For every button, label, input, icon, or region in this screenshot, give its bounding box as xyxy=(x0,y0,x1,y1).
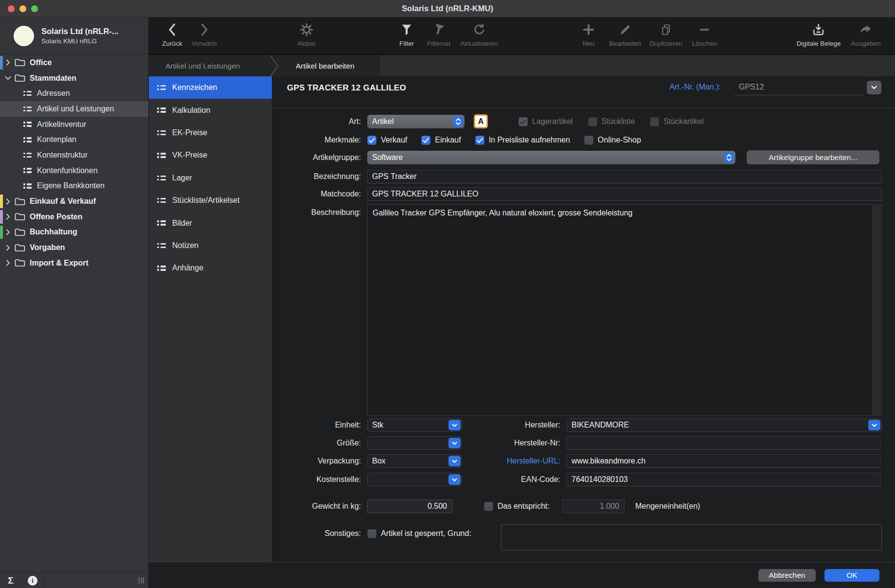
action-button[interactable]: Aktion xyxy=(297,21,316,47)
checkbox-artikel-gesperrt[interactable]: Artikel ist gesperrt, Grund: xyxy=(367,527,471,540)
chevron-right-icon[interactable] xyxy=(5,260,11,266)
share-arrow-icon xyxy=(859,21,873,38)
art-select[interactable]: Artikel xyxy=(367,115,465,128)
section-item-label: Anhänge xyxy=(172,264,203,272)
chevron-down-icon[interactable] xyxy=(448,420,461,430)
checkbox-einkauf[interactable]: Einkauf xyxy=(421,133,461,147)
zoom-window-button[interactable] xyxy=(31,5,38,12)
hersteller-url-field[interactable]: www.bikeandmore.ch xyxy=(567,454,880,468)
chevron-right-icon[interactable] xyxy=(5,229,11,235)
sidebar-item-adressen[interactable]: Adressen xyxy=(0,86,148,101)
checkbox-box[interactable] xyxy=(367,529,376,538)
minimize-window-button[interactable] xyxy=(19,5,26,12)
share-button[interactable]: Ausgeben xyxy=(851,21,881,47)
account-header[interactable]: Solaris Ltd (nRLR-... Solaris KMU nRLG xyxy=(0,18,148,54)
checkbox-box[interactable] xyxy=(484,502,493,511)
breadcrumb-parent[interactable]: Artikel und Leistungen xyxy=(165,55,240,77)
new-button[interactable]: Neu xyxy=(582,21,595,47)
delete-button[interactable]: Löschen xyxy=(692,21,716,47)
sidebar-item-buchhaltung[interactable]: Buchhaltung xyxy=(0,225,148,240)
sidebar-item-einkauf-verkauf[interactable]: Einkauf & Verkauf xyxy=(0,194,148,209)
section-item-notizen[interactable]: Notizen xyxy=(149,234,272,257)
close-window-button[interactable] xyxy=(8,5,15,12)
artnr-link[interactable]: Art.-Nr. (Man.): xyxy=(633,80,721,94)
hersteller-nr-field[interactable] xyxy=(567,436,880,450)
section-item-bilder[interactable]: Bilder xyxy=(149,212,272,234)
sum-button[interactable]: Σ xyxy=(0,573,22,588)
sidebar-item-artikelinventur[interactable]: Artikelinventur xyxy=(0,117,148,132)
scrollbar[interactable] xyxy=(872,205,881,415)
checkbox-stueckartikel[interactable]: Stückartikel xyxy=(650,115,704,128)
ean-field[interactable]: 7640140280103 xyxy=(567,473,880,486)
checkbox-preisliste[interactable]: In Preisliste aufnehmen xyxy=(475,133,570,147)
resize-grip[interactable] xyxy=(139,577,144,584)
checkbox-stueckliste[interactable]: Stückliste xyxy=(588,115,635,128)
artnr-dropdown-button[interactable] xyxy=(867,81,881,94)
info-button[interactable]: i xyxy=(22,573,44,588)
sidebar-item-kontenfunktionen[interactable]: Kontenfunktionen xyxy=(0,163,148,178)
checkbox-das-entspricht[interactable]: Das entspricht: xyxy=(484,499,550,513)
section-item-stueckliste[interactable]: Stückliste/Artikelset xyxy=(149,189,272,212)
checkbox-lagerartikel[interactable]: Lagerartikel xyxy=(519,115,573,128)
artnr-field[interactable]: GPS12 xyxy=(739,80,764,94)
chevron-down-icon[interactable] xyxy=(448,456,461,466)
checkbox-box[interactable] xyxy=(588,117,597,126)
bezeichnung-field[interactable]: GPS Tracker xyxy=(367,170,882,183)
sidebar-item-artikel-und-leistungen[interactable]: Artikel und Leistungen xyxy=(0,101,148,117)
filter-button[interactable]: Filter xyxy=(399,21,414,47)
section-item-kennzeichen[interactable]: Kennzeichen xyxy=(149,76,272,99)
mengeneinheit-field[interactable]: 1.000 xyxy=(562,499,625,513)
edit-button[interactable]: Bearbeiten xyxy=(609,21,641,47)
matchcode-field[interactable]: GPS TRACKER 12 GALLILEO xyxy=(367,187,882,201)
sidebar-item-vorgaben[interactable]: Vorgaben xyxy=(0,240,148,255)
beschreibung-textarea[interactable]: Gallileo Tracker GPS Empfänger, Alu natu… xyxy=(367,204,882,416)
chevron-right-icon[interactable] xyxy=(5,198,11,205)
sidebar-item-kontenplan[interactable]: Kontenplan xyxy=(0,132,148,147)
chevron-right-icon[interactable] xyxy=(5,245,11,251)
grund-textarea[interactable] xyxy=(501,524,882,551)
kostenstelle-combo[interactable] xyxy=(367,473,462,486)
refresh-button[interactable]: Aktualisieren xyxy=(460,21,498,47)
sidebar-item-eigene-bankkonten[interactable]: Eigene Bankkonten xyxy=(0,178,148,194)
verpackung-combo[interactable]: Box xyxy=(367,454,462,468)
sidebar-item-kontenstruktur[interactable]: Kontenstruktur xyxy=(0,147,148,163)
chevron-right-icon[interactable] xyxy=(5,214,11,220)
section-item-lager[interactable]: Lager xyxy=(149,167,272,189)
artikelgruppe-select[interactable]: Software xyxy=(367,151,735,164)
checkbox-verkauf[interactable]: Verkauf xyxy=(367,133,407,147)
section-item-kalkulation[interactable]: Kalkulation xyxy=(149,99,272,121)
breadcrumb-current[interactable]: Artikel bearbeiten xyxy=(296,55,355,77)
checkbox-box[interactable] xyxy=(421,136,430,145)
filterset-button[interactable]: Filterset xyxy=(427,21,450,47)
checkbox-box[interactable] xyxy=(367,136,376,145)
checkbox-box[interactable] xyxy=(519,117,528,126)
checkbox-box[interactable] xyxy=(650,117,659,126)
sidebar-item-import-export[interactable]: Import & Export xyxy=(0,255,148,271)
einheit-combo[interactable]: Stk xyxy=(367,418,462,432)
chevron-down-icon[interactable] xyxy=(448,438,461,448)
digital-receipts-button[interactable]: Digitale Belege xyxy=(797,21,841,47)
checkbox-online-shop[interactable]: Online-Shop xyxy=(584,133,641,147)
chevron-right-icon[interactable] xyxy=(5,59,11,66)
section-item-vk-preise[interactable]: VK-Preise xyxy=(149,144,272,166)
hersteller-url-link[interactable]: Hersteller-URL: xyxy=(473,454,560,468)
edit-artikelgruppe-button[interactable]: Artikelgruppe bearbeiten... xyxy=(747,150,879,164)
checkbox-box[interactable] xyxy=(584,136,593,145)
gewicht-field[interactable]: 0.500 xyxy=(367,499,452,513)
forward-button[interactable]: Vorwärts xyxy=(192,21,217,47)
groesse-combo[interactable] xyxy=(367,436,462,450)
chevron-down-icon[interactable] xyxy=(448,474,461,485)
sidebar-item-offene-posten[interactable]: Offene Posten xyxy=(0,209,148,225)
checkbox-box[interactable] xyxy=(475,136,484,145)
section-item-anhaenge[interactable]: Anhänge xyxy=(149,257,272,279)
chevron-down-icon[interactable] xyxy=(868,420,880,430)
sidebar-item-office[interactable]: Office xyxy=(0,55,148,71)
chevron-down-icon[interactable] xyxy=(5,76,11,80)
ok-button[interactable]: OK xyxy=(824,569,879,582)
duplicate-button[interactable]: Duplizieren xyxy=(649,21,682,47)
section-item-ek-preise[interactable]: EK-Preise xyxy=(149,122,272,144)
hersteller-combo[interactable]: BIKEANDMORE xyxy=(567,418,882,432)
cancel-button[interactable]: Abbrechen xyxy=(758,569,816,582)
sidebar-item-stammdaten[interactable]: Stammdaten xyxy=(0,71,148,86)
back-button[interactable]: Zurück xyxy=(162,21,182,47)
